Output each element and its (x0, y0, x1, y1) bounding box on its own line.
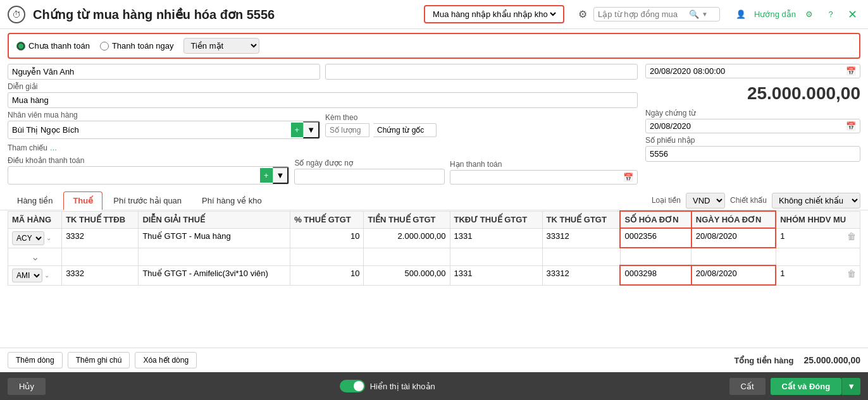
han-tt-date: 📅 (450, 170, 638, 185)
form-left: Diễn giải Nhân viên mua hàng + ▼ Kèm the… (8, 64, 638, 185)
tong-tien-hang-label: Tổng tiền hàng (734, 356, 793, 365)
ngay-chung-tu-field: 📅 (645, 119, 860, 133)
payment-row: Chưa thanh toán Thanh toán ngay Tiền mặt (8, 33, 860, 59)
ma-hang-select[interactable]: AMI (12, 269, 42, 282)
tham-chieu-label: Tham chiếu (8, 143, 47, 152)
ma-hang-select[interactable]: ACY (12, 231, 44, 245)
ngay-hoa-don-cell: 20/08/2020 (691, 265, 776, 285)
chung-tu-goc-input[interactable] (373, 123, 437, 137)
extra-field-input[interactable] (325, 64, 638, 80)
tk-thue-ttdb-cell: 3332 (62, 265, 139, 285)
table-row: ACY⌄3332Thuế GTGT - Mua hàng102.000.000,… (8, 228, 860, 248)
search-icon[interactable]: 🔍 (689, 9, 699, 19)
header-actions: 👤 Hướng dẫn ⚙ ? ✕ (733, 6, 860, 23)
table-container: MÃ HÀNG TK THUẾ TTĐB DIỄN GIẢI THUẾ % TH… (8, 210, 860, 348)
dien-giai-thue-cell: Thuế GTGT - Amifelic(3vi*10 viên) (139, 265, 290, 285)
col-ma-hang: MÃ HÀNG (8, 211, 62, 228)
them-dong-button[interactable]: Thêm dòng (8, 352, 63, 368)
nhom-hhdv-cell: 1🗑 (776, 265, 860, 285)
ngay-chung-tu-input[interactable] (650, 121, 843, 131)
them-ghi-chu-button[interactable]: Thêm ghi chú (68, 352, 130, 368)
tab-extras: Loại tiền VND Chiết khấu Không chiết khấ… (652, 193, 860, 209)
tk-thue-gtgt-cell: 33312 (542, 265, 620, 285)
nguoi-mua-input[interactable] (8, 64, 320, 80)
col-dien-giai-thue: DIỄN GIẢI THUẾ (139, 211, 290, 228)
dieu-khoan-input[interactable] (8, 168, 260, 183)
tab-thue[interactable]: Thuế (63, 191, 102, 210)
col-tien-thue-gtgt: TIỀN THUẾ GTGT (364, 211, 450, 228)
cat-button[interactable]: Cất (729, 378, 766, 395)
tab-phi-hang-ve-kho[interactable]: Phí hàng về kho (192, 191, 271, 209)
calendar-icon[interactable]: 📅 (623, 173, 633, 182)
dieu-khoan-dropdown-btn[interactable]: ▼ (273, 167, 289, 184)
tabs-row: Hàng tiền Thuế Phí trước hải quan Phí hà… (0, 187, 868, 210)
tkdu-thue-gtgt-cell: 1331 (450, 228, 542, 248)
hien-thi-tai-khoan-label: Hiển thị tài khoản (370, 382, 435, 391)
so-luong-input[interactable] (325, 123, 369, 137)
delete-row-btn[interactable]: 🗑 (847, 231, 856, 241)
delete-row-btn[interactable]: 🗑 (847, 269, 856, 279)
search-box: 🔍 ▼ (593, 7, 720, 21)
gear-icon[interactable]: ⚙ (801, 6, 817, 23)
expand-btn[interactable]: ⌄ (31, 251, 39, 263)
form-right: 📅 25.000.000,00 Ngày chứng từ 📅 Số phiếu… (645, 64, 860, 185)
col-so-hoa-don: SỐ HÓA ĐƠN (620, 211, 691, 228)
huong-dan-link[interactable]: Hướng dẫn (754, 9, 796, 19)
huy-button[interactable]: Hủy (8, 378, 46, 395)
document-icon: ⏱ (8, 6, 25, 23)
col-tkdu-thue-gtgt: TKĐƯ THUẾ GTGT (450, 211, 542, 228)
dien-giai-input[interactable] (8, 92, 638, 108)
search-input[interactable] (598, 9, 686, 19)
pct-thue-gtgt-cell: 10 (290, 228, 364, 248)
col-ngay-hoa-don: NGÀY HÓA ĐƠN (691, 211, 776, 228)
dieu-khoan-add-btn[interactable]: + (260, 168, 273, 183)
cat-va-dong-group: Cất và Đóng ▼ (771, 378, 861, 395)
transaction-type-select[interactable]: Mua hàng nhập khẩu nhập kho (430, 9, 558, 20)
total-row: Tổng tiền hàng 25.000.000,00 (734, 355, 860, 365)
tien-thue-gtgt-cell: 500.000,00 (364, 265, 450, 285)
bottom-toolbar: Thêm dòng Thêm ghi chú Xóa hết dòng Tổng… (0, 348, 868, 372)
tab-phi-truoc-hai-quan[interactable]: Phí trước hải quan (104, 191, 191, 209)
nhom-hhdv-cell: 1🗑 (776, 228, 860, 248)
nhan-vien-add-btn[interactable]: + (291, 123, 304, 137)
nhan-vien-dropdown-btn[interactable]: ▼ (303, 121, 319, 138)
chua-thanh-toan-radio[interactable]: Chưa thanh toán (16, 41, 90, 51)
ma-hang-expand-btn[interactable]: ⌄ (44, 272, 49, 279)
tham-chieu-link[interactable]: ... (50, 143, 57, 152)
loai-tien-select[interactable]: VND (686, 193, 725, 209)
datetime-calendar-icon[interactable]: 📅 (846, 66, 856, 76)
toggle-group: Hiển thị tài khoản (340, 380, 435, 392)
search-dropdown-btn[interactable]: ▼ (702, 11, 708, 18)
nhan-vien-input[interactable] (8, 123, 291, 137)
han-tt-input[interactable] (454, 173, 621, 182)
help-icon[interactable]: ? (822, 6, 839, 23)
thanh-toan-ngay-radio[interactable]: Thanh toán ngay (100, 41, 174, 51)
settings-icon[interactable]: ⚙ (574, 6, 591, 23)
tong-tien-hang-value: 25.000.000,00 (803, 355, 860, 365)
pct-thue-gtgt-cell: 10 (290, 265, 364, 285)
ma-hang-expand-btn[interactable]: ⌄ (46, 234, 51, 241)
col-tk-thue-gtgt: TK THUẾ GTGT (542, 211, 620, 228)
transaction-type-dropdown[interactable]: Mua hàng nhập khẩu nhập kho (424, 5, 564, 23)
ngay-hoa-don-cell: 20/08/2020 (691, 228, 776, 248)
tab-hang-tien[interactable]: Hàng tiền (8, 191, 62, 209)
user-icon: 👤 (733, 6, 749, 23)
datetime-input[interactable] (650, 66, 843, 76)
hien-thi-tai-khoan-toggle[interactable] (340, 380, 365, 392)
chiet-khau-label: Chiết khấu (730, 196, 767, 205)
close-icon[interactable]: ✕ (844, 6, 860, 23)
chiet-khau-select[interactable]: Không chiết khấu (772, 193, 860, 209)
kem-theo-label: Kèm theo (325, 113, 638, 122)
col-pct-thue-gtgt: % THUẾ GTGT (290, 211, 364, 228)
col-nhom-hhdv: NHÓM HHDV MU (776, 211, 860, 228)
cat-va-dong-dropdown-btn[interactable]: ▼ (841, 378, 860, 395)
so-ngay-input[interactable] (294, 169, 445, 185)
payment-method-select[interactable]: Tiền mặt (183, 38, 259, 54)
so-phieu-nhap-input[interactable] (645, 146, 860, 162)
so-hoa-don-cell: 0002356 (620, 228, 691, 248)
tk-thue-gtgt-cell: 33312 (542, 228, 620, 248)
cat-va-dong-button[interactable]: Cất và Đóng (771, 378, 842, 395)
xoa-het-dong-button[interactable]: Xóa hết dòng (135, 352, 197, 368)
table-row: AMI⌄3332Thuế GTGT - Amifelic(3vi*10 viên… (8, 265, 860, 285)
ngay-chung-tu-calendar-icon[interactable]: 📅 (846, 121, 856, 131)
